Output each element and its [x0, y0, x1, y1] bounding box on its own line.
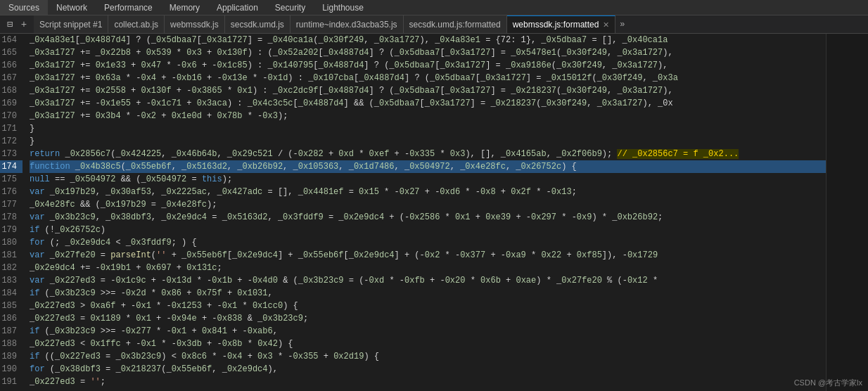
tab-webmssdk-formatted[interactable]: webmssdk.js:formatted ✕	[507, 15, 616, 34]
line-number: 182	[0, 262, 23, 274]
line-numbers: 1641651661671681691701711721731741751761…	[0, 34, 27, 391]
tab-bar-controls: ⊟ +	[0, 18, 34, 32]
line-number: 168	[0, 84, 23, 97]
code-line: _0x3a1727 += -0x1e55 + -0x1c71 + 0x3aca)…	[30, 97, 826, 110]
tab-webmssdk-formatted-label: webmssdk.js:formatted	[513, 20, 599, 30]
code-line: _0x3a1727 += 0x2558 + 0x130f + -0x3865 *…	[30, 84, 826, 97]
line-number: 186	[0, 312, 23, 325]
nav-security[interactable]: Security	[267, 0, 314, 15]
code-line: for (_0x38dbf3 = _0x218237(_0x55eb6f, _0…	[30, 363, 826, 376]
tab-secsdk-umd-label: secsdk.umd.js	[231, 20, 284, 30]
tab-new-snippet[interactable]: +	[17, 18, 31, 32]
line-number: 178	[0, 211, 23, 224]
nav-network[interactable]: Network	[48, 0, 96, 15]
line-number: 190	[0, 363, 23, 376]
watermark: CSDN @考古学家lx	[794, 378, 862, 388]
tab-runtime-label: runtime~index.d3acba35.js	[296, 20, 397, 30]
line-number: 177	[0, 198, 23, 211]
tab-collect[interactable]: collect.ab.js	[108, 15, 165, 34]
code-line: _0x227ed3 > 0xa6f + -0x1 * -0x1253 + -0x…	[30, 300, 826, 312]
line-number: 167	[0, 72, 23, 84]
code-editor: 1641651661671681691701711721731741751761…	[0, 34, 868, 391]
nav-memory[interactable]: Memory	[161, 0, 208, 15]
code-line: if (_0x3b23c9 >>= -0x277 * -0x1 + 0x841 …	[30, 325, 826, 338]
tab-bar: ⊟ + Script snippet #1 collect.ab.js webm…	[0, 15, 868, 34]
code-line: null == _0x504972 && (_0x504972 = this);	[30, 173, 826, 186]
nav-application[interactable]: Application	[208, 0, 267, 15]
code-line: _0x227ed3 < 0x1ffc + -0x1 * -0x3db + -0x…	[30, 338, 826, 350]
line-number: 189	[0, 350, 23, 363]
code-line: if (!_0x26752c)	[30, 224, 826, 236]
tab-runtime[interactable]: runtime~index.d3acba35.js	[291, 15, 404, 34]
line-number: 170	[0, 110, 23, 122]
line-number: 188	[0, 338, 23, 350]
line-number: 172	[0, 135, 23, 148]
tab-secsdk-formatted[interactable]: secsdk.umd.js:formatted	[404, 15, 507, 34]
code-line: _0x3a1727 += _0x22b8 + 0x539 * 0x3 + 0x1…	[30, 46, 826, 59]
code-line: _0x4a83e1[_0x4887d4] ? (_0x5dbaa7[_0x3a1…	[30, 34, 826, 46]
tab-overflow-btn[interactable]: »	[615, 20, 629, 30]
inline-annotation: // _0x2856c7 = f _0x2...	[617, 149, 739, 159]
tab-snippet1[interactable]: Script snippet #1	[34, 15, 108, 34]
line-number: 184	[0, 287, 23, 300]
code-line: _0x227ed3 = 0x1189 * 0x1 + -0x94e + -0x8…	[30, 312, 826, 325]
code-line: if ((_0x227ed3 = _0x3b23c9) < 0x8c6 * -0…	[30, 350, 826, 363]
line-number: 175	[0, 173, 23, 186]
code-line: var _0x197b29, _0x30af53, _0x2225ac, _0x…	[30, 186, 826, 198]
tab-secsdk-umd[interactable]: secsdk.umd.js	[225, 15, 291, 34]
line-number: 191	[0, 376, 23, 388]
code-line: _0x2e9dc4 += -0x19b1 + 0x697 + 0x131c;	[30, 262, 826, 274]
line-number: 187	[0, 325, 23, 338]
tab-collect-label: collect.ab.js	[114, 20, 158, 30]
code-line: return _0x2856c7(_0x424225, _0x46b64b, _…	[30, 148, 826, 160]
line-number: 174	[0, 160, 23, 173]
nav-performance[interactable]: Performance	[96, 0, 161, 15]
code-line: var _0x227ed3 = -0x1c9c + -0x13d * -0x1b…	[30, 274, 826, 287]
tab-snippet1-label: Script snippet #1	[39, 20, 102, 30]
code-line: _0x4e28fc && (_0x197b29 = _0x4e28fc);	[30, 198, 826, 211]
line-number: 173	[0, 148, 23, 160]
nav-lighthouse[interactable]: Lighthouse	[314, 0, 372, 15]
minimap	[826, 34, 868, 391]
tab-secsdk-formatted-label: secsdk.umd.js:formatted	[409, 20, 501, 30]
line-number: 176	[0, 186, 23, 198]
line-number: 180	[0, 236, 23, 249]
code-line: _0x3a1727 += 0x1e33 + 0x47 * -0x6 + -0x1…	[30, 59, 826, 72]
code-line: var _0x3b23c9, _0x38dbf3, _0x2e9dc4 = _0…	[30, 211, 826, 224]
line-number: 183	[0, 274, 23, 287]
code-line: var _0x27fe20 = parseInt('' + _0x55eb6f[…	[30, 249, 826, 262]
tab-webmssdk-label: webmssdk.js	[170, 20, 219, 30]
line-number: 169	[0, 97, 23, 110]
code-line: }	[30, 135, 826, 148]
code-line: }	[30, 122, 826, 135]
line-number: 185	[0, 300, 23, 312]
nav-sources[interactable]: Sources	[0, 0, 48, 15]
code-line: _0x227ed3 = '';	[30, 376, 826, 388]
line-number: 171	[0, 122, 23, 135]
tab-webmssdk[interactable]: webmssdk.js	[165, 15, 225, 34]
tab-sidebar-toggle[interactable]: ⊟	[3, 18, 17, 32]
line-number: 164	[0, 34, 23, 46]
code-line: if (_0x3b23c9 >>= -0x2d * 0x86 + 0x75f +…	[30, 287, 826, 300]
code-line: _0x3a1727 += 0x63a * -0x4 + -0xb16 + -0x…	[30, 72, 826, 84]
line-number: 165	[0, 46, 23, 59]
line-number: 166	[0, 59, 23, 72]
code-content[interactable]: _0x4a83e1[_0x4887d4] ? (_0x5dbaa7[_0x3a1…	[27, 34, 826, 391]
code-line: function _0x4b38c5(_0x55eb6f, _0x5163d2,…	[30, 160, 826, 173]
line-number: 179	[0, 224, 23, 236]
top-nav-bar: Sources Network Performance Memory Appli…	[0, 0, 868, 15]
code-line: _0x3a1727 += 0x3b4 * -0x2 + 0x1e0d + 0x7…	[30, 110, 826, 122]
code-line: for (; _0x2e9dc4 < _0x3fddf9; ) {	[30, 236, 826, 249]
tab-webmssdk-formatted-close[interactable]: ✕	[603, 20, 609, 30]
line-number: 181	[0, 249, 23, 262]
